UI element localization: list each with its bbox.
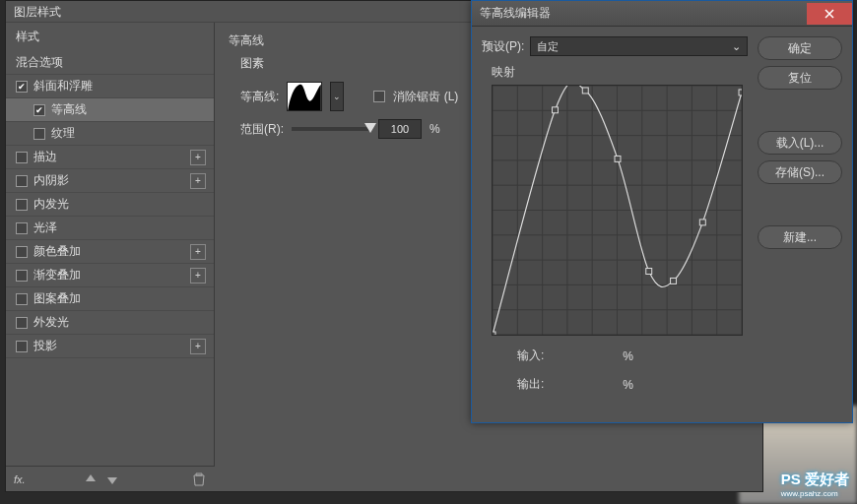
style-item-11[interactable]: 投影+ (6, 335, 214, 358)
style-label: 纹理 (51, 125, 75, 142)
style-item-3[interactable]: 描边+ (6, 146, 214, 169)
style-item-4[interactable]: 内阴影+ (6, 169, 214, 193)
style-checkbox[interactable] (16, 199, 28, 211)
styles-header[interactable]: 样式 (6, 23, 214, 51)
curve-point[interactable] (582, 88, 588, 94)
style-label: 渐变叠加 (33, 267, 81, 284)
arrow-down-icon[interactable] (104, 472, 120, 486)
style-item-9[interactable]: 图案叠加 (6, 287, 214, 311)
watermark: PS 爱好者 www.psahz.com (781, 471, 849, 498)
style-item-2[interactable]: 纹理 (6, 122, 214, 146)
style-item-7[interactable]: 颜色叠加+ (6, 240, 214, 264)
curve-point[interactable] (739, 90, 742, 95)
curve-point[interactable] (493, 332, 495, 335)
style-checkbox[interactable] (16, 175, 28, 187)
style-item-1[interactable]: 等高线 (6, 98, 214, 122)
load-button[interactable]: 载入(L)... (758, 131, 842, 155)
contour-thumbnail[interactable] (287, 82, 322, 111)
style-checkbox[interactable] (16, 341, 28, 352)
output-percent: % (623, 378, 633, 392)
style-label: 光泽 (33, 220, 57, 236)
chevron-down-icon: ⌄ (732, 40, 741, 53)
fx-icon[interactable]: fx. (14, 473, 26, 485)
curve-point[interactable] (699, 220, 705, 225)
percent-label: % (429, 122, 440, 136)
range-slider[interactable] (292, 127, 370, 131)
arrow-up-icon[interactable] (83, 472, 99, 486)
blending-options[interactable]: 混合选项 (6, 51, 214, 75)
style-label: 外发光 (33, 314, 69, 331)
add-effect-button[interactable]: + (190, 339, 206, 354)
add-effect-button[interactable]: + (190, 150, 206, 165)
mapping-label: 映射 (492, 64, 748, 81)
style-label: 描边 (33, 149, 57, 165)
style-checkbox[interactable] (16, 246, 28, 258)
styles-column: 样式 混合选项 斜面和浮雕等高线纹理描边+内阴影+内发光光泽颜色叠加+渐变叠加+… (6, 23, 215, 466)
styles-list: 斜面和浮雕等高线纹理描边+内阴影+内发光光泽颜色叠加+渐变叠加+图案叠加外发光投… (6, 75, 214, 466)
reset-button[interactable]: 复位 (758, 66, 842, 90)
style-item-6[interactable]: 光泽 (6, 217, 214, 240)
preset-dropdown[interactable]: 自定 ⌄ (530, 36, 748, 56)
style-label: 内发光 (33, 196, 69, 213)
close-button[interactable] (807, 3, 852, 25)
dialog-title: 等高线编辑器 (480, 5, 551, 22)
style-item-5[interactable]: 内发光 (6, 193, 214, 217)
curve-point[interactable] (615, 156, 621, 161)
input-label: 输入: (517, 347, 544, 364)
range-label: 范围(R): (240, 121, 284, 138)
style-label: 内阴影 (33, 172, 69, 189)
style-label: 等高线 (51, 101, 87, 118)
add-effect-button[interactable]: + (190, 244, 206, 260)
trash-icon[interactable] (191, 472, 207, 486)
style-checkbox[interactable] (16, 152, 28, 163)
dialog-titlebar[interactable]: 等高线编辑器 (472, 1, 852, 27)
style-item-8[interactable]: 渐变叠加+ (6, 264, 214, 287)
style-checkbox[interactable] (16, 270, 28, 282)
style-checkbox[interactable] (16, 293, 28, 305)
input-percent: % (623, 349, 633, 363)
style-checkbox[interactable] (33, 104, 45, 116)
save-button[interactable]: 存储(S)... (758, 160, 842, 184)
curve-editor[interactable] (492, 85, 743, 336)
contour-dropdown-icon[interactable]: ⌄ (330, 82, 344, 111)
new-button[interactable]: 新建... (758, 225, 842, 249)
ok-button[interactable]: 确定 (758, 36, 842, 60)
preset-label: 预设(P): (482, 38, 524, 55)
style-checkbox[interactable] (16, 222, 28, 234)
add-effect-button[interactable]: + (190, 268, 206, 284)
style-label: 颜色叠加 (33, 243, 81, 260)
style-checkbox[interactable] (33, 128, 45, 140)
contour-editor-dialog: 等高线编辑器 预设(P): 自定 ⌄ 映射 输入: (471, 0, 853, 423)
panel-footer: fx. (6, 466, 215, 491)
close-icon (824, 8, 835, 20)
add-effect-button[interactable]: + (190, 173, 206, 189)
style-item-10[interactable]: 外发光 (6, 311, 214, 335)
style-label: 斜面和浮雕 (33, 78, 93, 94)
style-label: 投影 (33, 338, 57, 354)
curve-point[interactable] (671, 278, 677, 284)
curve-point[interactable] (646, 269, 652, 275)
range-input[interactable] (378, 119, 422, 139)
output-label: 输出: (517, 376, 544, 393)
style-item-0[interactable]: 斜面和浮雕 (6, 75, 214, 98)
style-checkbox[interactable] (16, 317, 28, 329)
style-label: 图案叠加 (33, 290, 81, 307)
antialias-checkbox[interactable] (373, 91, 385, 102)
style-checkbox[interactable] (16, 81, 28, 93)
contour-label: 等高线: (240, 89, 279, 105)
antialias-label: 消除锯齿 (L) (393, 89, 458, 105)
curve-point[interactable] (553, 107, 559, 113)
